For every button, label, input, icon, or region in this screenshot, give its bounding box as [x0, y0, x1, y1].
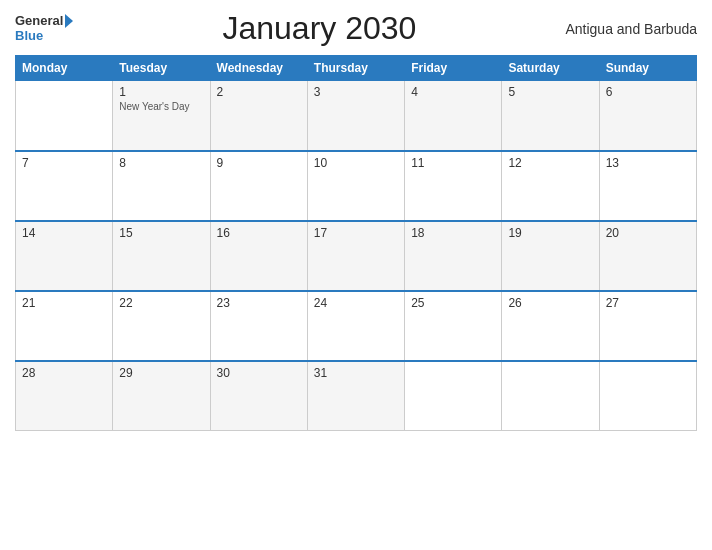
day-cell: 2 [210, 81, 307, 151]
day-number: 28 [22, 366, 106, 380]
day-cell: 6 [599, 81, 696, 151]
day-number: 25 [411, 296, 495, 310]
day-cell: 15 [113, 221, 210, 291]
logo-blue-text: Blue [15, 29, 43, 43]
day-cell: 11 [405, 151, 502, 221]
day-cell [405, 361, 502, 431]
day-number: 10 [314, 156, 398, 170]
day-cell: 5 [502, 81, 599, 151]
day-number: 21 [22, 296, 106, 310]
week-row-4: 21222324252627 [16, 291, 697, 361]
day-number: 13 [606, 156, 690, 170]
logo: General Blue [15, 14, 73, 43]
day-cell: 16 [210, 221, 307, 291]
day-number: 12 [508, 156, 592, 170]
day-cell: 20 [599, 221, 696, 291]
day-number: 26 [508, 296, 592, 310]
col-header-sunday: Sunday [599, 56, 696, 81]
day-cell: 3 [307, 81, 404, 151]
day-cell: 7 [16, 151, 113, 221]
day-number: 29 [119, 366, 203, 380]
day-cell: 25 [405, 291, 502, 361]
day-cell: 17 [307, 221, 404, 291]
day-cell: 8 [113, 151, 210, 221]
day-number: 6 [606, 85, 690, 99]
col-header-wednesday: Wednesday [210, 56, 307, 81]
day-cell: 4 [405, 81, 502, 151]
calendar-container: General Blue January 2030 Antigua and Ba… [0, 0, 712, 550]
day-number: 19 [508, 226, 592, 240]
day-cell [599, 361, 696, 431]
day-cell: 23 [210, 291, 307, 361]
day-cell [16, 81, 113, 151]
day-cell: 14 [16, 221, 113, 291]
day-number: 17 [314, 226, 398, 240]
week-row-2: 78910111213 [16, 151, 697, 221]
day-number: 4 [411, 85, 495, 99]
day-number: 31 [314, 366, 398, 380]
week-row-5: 28293031 [16, 361, 697, 431]
day-number: 11 [411, 156, 495, 170]
day-number: 1 [119, 85, 203, 99]
day-number: 16 [217, 226, 301, 240]
week-row-3: 14151617181920 [16, 221, 697, 291]
day-cell: 19 [502, 221, 599, 291]
day-number: 8 [119, 156, 203, 170]
day-number: 14 [22, 226, 106, 240]
day-number: 5 [508, 85, 592, 99]
logo-general-text: General [15, 14, 63, 28]
day-cell: 22 [113, 291, 210, 361]
day-cell: 26 [502, 291, 599, 361]
day-number: 22 [119, 296, 203, 310]
day-cell: 24 [307, 291, 404, 361]
day-cell: 9 [210, 151, 307, 221]
day-cell: 13 [599, 151, 696, 221]
day-cell: 18 [405, 221, 502, 291]
day-cell: 21 [16, 291, 113, 361]
day-number: 30 [217, 366, 301, 380]
day-cell: 31 [307, 361, 404, 431]
week-row-1: 1New Year's Day23456 [16, 81, 697, 151]
day-number: 24 [314, 296, 398, 310]
day-cell: 30 [210, 361, 307, 431]
col-header-saturday: Saturday [502, 56, 599, 81]
col-header-tuesday: Tuesday [113, 56, 210, 81]
day-cell: 10 [307, 151, 404, 221]
header: General Blue January 2030 Antigua and Ba… [15, 10, 697, 47]
day-cell: 29 [113, 361, 210, 431]
day-cell: 27 [599, 291, 696, 361]
calendar-table: MondayTuesdayWednesdayThursdayFridaySatu… [15, 55, 697, 431]
day-number: 18 [411, 226, 495, 240]
day-number: 2 [217, 85, 301, 99]
day-number: 7 [22, 156, 106, 170]
day-number: 15 [119, 226, 203, 240]
calendar-title: January 2030 [73, 10, 565, 47]
col-header-thursday: Thursday [307, 56, 404, 81]
day-number: 3 [314, 85, 398, 99]
day-cell [502, 361, 599, 431]
header-row: MondayTuesdayWednesdayThursdayFridaySatu… [16, 56, 697, 81]
col-header-friday: Friday [405, 56, 502, 81]
col-header-monday: Monday [16, 56, 113, 81]
day-cell: 1New Year's Day [113, 81, 210, 151]
day-cell: 28 [16, 361, 113, 431]
day-number: 27 [606, 296, 690, 310]
day-number: 23 [217, 296, 301, 310]
day-cell: 12 [502, 151, 599, 221]
logo-triangle-icon [65, 14, 73, 28]
holiday-label: New Year's Day [119, 101, 189, 112]
day-number: 20 [606, 226, 690, 240]
country-label: Antigua and Barbuda [565, 21, 697, 37]
day-number: 9 [217, 156, 301, 170]
